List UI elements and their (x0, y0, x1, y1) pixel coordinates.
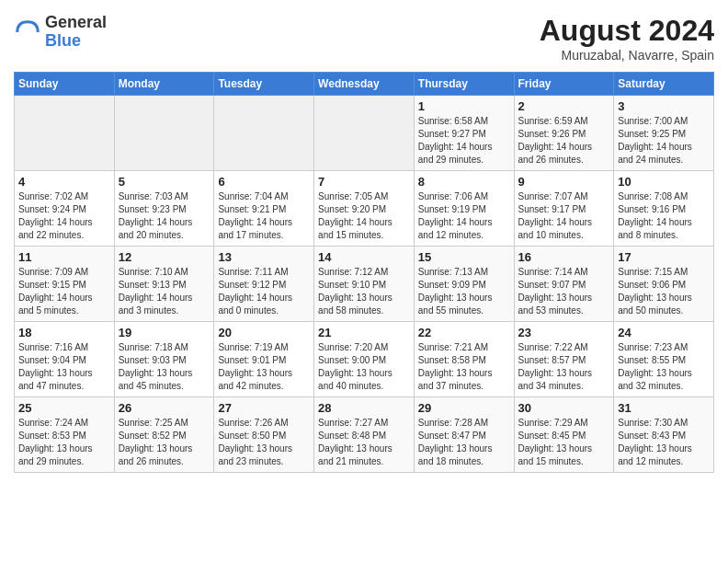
day-info: Sunrise: 7:03 AM Sunset: 9:23 PM Dayligh… (119, 190, 210, 242)
logo: General Blue (14, 14, 107, 51)
day-number: 15 (418, 250, 510, 264)
day-number: 5 (119, 175, 210, 189)
calendar-day-cell: 18Sunrise: 7:16 AM Sunset: 9:04 PM Dayli… (15, 322, 115, 397)
calendar-day-cell: 5Sunrise: 7:03 AM Sunset: 9:23 PM Daylig… (114, 171, 214, 247)
calendar-day-cell (314, 96, 415, 171)
calendar-day-cell: 11Sunrise: 7:09 AM Sunset: 9:15 PM Dayli… (15, 247, 115, 322)
day-info: Sunrise: 7:22 AM Sunset: 8:57 PM Dayligh… (518, 341, 610, 393)
calendar-day-cell: 2Sunrise: 6:59 AM Sunset: 9:26 PM Daylig… (514, 96, 614, 171)
day-info: Sunrise: 7:18 AM Sunset: 9:03 PM Dayligh… (119, 341, 210, 393)
day-info: Sunrise: 7:13 AM Sunset: 9:09 PM Dayligh… (418, 266, 510, 317)
calendar-day-cell: 10Sunrise: 7:08 AM Sunset: 9:16 PM Dayli… (614, 171, 714, 247)
calendar-day-cell: 14Sunrise: 7:12 AM Sunset: 9:10 PM Dayli… (314, 247, 415, 322)
day-info: Sunrise: 7:11 AM Sunset: 9:12 PM Dayligh… (218, 266, 310, 317)
calendar-day-cell: 28Sunrise: 7:27 AM Sunset: 8:48 PM Dayli… (314, 397, 415, 473)
calendar-day-cell: 20Sunrise: 7:19 AM Sunset: 9:01 PM Dayli… (214, 322, 314, 397)
day-number: 2 (518, 99, 610, 113)
calendar-day-cell: 6Sunrise: 7:04 AM Sunset: 9:21 PM Daylig… (214, 171, 314, 247)
weekday-header-cell: Monday (114, 73, 214, 96)
calendar-day-cell: 22Sunrise: 7:21 AM Sunset: 8:58 PM Dayli… (414, 322, 514, 397)
calendar-day-cell: 9Sunrise: 7:07 AM Sunset: 9:17 PM Daylig… (514, 171, 614, 247)
day-info: Sunrise: 7:05 AM Sunset: 9:20 PM Dayligh… (318, 190, 410, 242)
calendar-day-cell: 30Sunrise: 7:29 AM Sunset: 8:45 PM Dayli… (514, 397, 614, 473)
day-number: 1 (418, 99, 510, 113)
calendar-week-row: 4Sunrise: 7:02 AM Sunset: 9:24 PM Daylig… (15, 171, 714, 247)
day-number: 27 (218, 401, 310, 415)
calendar-day-cell: 31Sunrise: 7:30 AM Sunset: 8:43 PM Dayli… (614, 397, 714, 473)
logo-icon (14, 18, 41, 46)
day-info: Sunrise: 7:30 AM Sunset: 8:43 PM Dayligh… (618, 417, 710, 468)
calendar-day-cell: 3Sunrise: 7:00 AM Sunset: 9:25 PM Daylig… (614, 96, 714, 171)
day-info: Sunrise: 7:06 AM Sunset: 9:19 PM Dayligh… (418, 190, 510, 242)
weekday-header-cell: Saturday (614, 73, 714, 96)
calendar-day-cell: 7Sunrise: 7:05 AM Sunset: 9:20 PM Daylig… (314, 171, 415, 247)
calendar-day-cell: 25Sunrise: 7:24 AM Sunset: 8:53 PM Dayli… (15, 397, 115, 473)
calendar-day-cell: 1Sunrise: 6:58 AM Sunset: 9:27 PM Daylig… (414, 96, 514, 171)
calendar-day-cell (114, 96, 214, 171)
day-info: Sunrise: 7:04 AM Sunset: 9:21 PM Dayligh… (218, 190, 310, 242)
logo-text: General Blue (45, 14, 107, 51)
day-number: 19 (119, 326, 210, 339)
calendar-day-cell: 13Sunrise: 7:11 AM Sunset: 9:12 PM Dayli… (214, 247, 314, 322)
day-info: Sunrise: 7:21 AM Sunset: 8:58 PM Dayligh… (418, 341, 510, 393)
day-number: 12 (119, 250, 210, 264)
day-number: 30 (518, 401, 610, 415)
day-number: 16 (518, 250, 610, 264)
calendar-day-cell: 16Sunrise: 7:14 AM Sunset: 9:07 PM Dayli… (514, 247, 614, 322)
day-number: 20 (218, 326, 310, 339)
day-number: 14 (318, 250, 410, 264)
weekday-header-cell: Wednesday (314, 73, 415, 96)
day-info: Sunrise: 6:58 AM Sunset: 9:27 PM Dayligh… (418, 115, 510, 167)
day-info: Sunrise: 7:26 AM Sunset: 8:50 PM Dayligh… (218, 417, 310, 468)
header: General Blue August 2024 Muruzabal, Nava… (14, 14, 714, 63)
calendar-day-cell: 12Sunrise: 7:10 AM Sunset: 9:13 PM Dayli… (114, 247, 214, 322)
calendar-day-cell: 4Sunrise: 7:02 AM Sunset: 9:24 PM Daylig… (15, 171, 115, 247)
day-info: Sunrise: 7:07 AM Sunset: 9:17 PM Dayligh… (518, 190, 610, 242)
calendar-day-cell: 15Sunrise: 7:13 AM Sunset: 9:09 PM Dayli… (414, 247, 514, 322)
day-info: Sunrise: 6:59 AM Sunset: 9:26 PM Dayligh… (518, 115, 610, 167)
calendar-week-row: 25Sunrise: 7:24 AM Sunset: 8:53 PM Dayli… (15, 397, 714, 473)
day-number: 31 (618, 401, 710, 415)
weekday-header-cell: Thursday (414, 73, 514, 96)
calendar-table: SundayMondayTuesdayWednesdayThursdayFrid… (14, 72, 714, 473)
day-number: 29 (418, 401, 510, 415)
calendar-day-cell: 29Sunrise: 7:28 AM Sunset: 8:47 PM Dayli… (414, 397, 514, 473)
calendar-day-cell: 19Sunrise: 7:18 AM Sunset: 9:03 PM Dayli… (114, 322, 214, 397)
day-info: Sunrise: 7:08 AM Sunset: 9:16 PM Dayligh… (618, 190, 710, 242)
day-info: Sunrise: 7:00 AM Sunset: 9:25 PM Dayligh… (618, 115, 710, 167)
calendar-week-row: 18Sunrise: 7:16 AM Sunset: 9:04 PM Dayli… (15, 322, 714, 397)
day-number: 11 (18, 250, 110, 264)
day-number: 23 (518, 326, 610, 339)
day-info: Sunrise: 7:19 AM Sunset: 9:01 PM Dayligh… (218, 341, 310, 393)
calendar-body: 1Sunrise: 6:58 AM Sunset: 9:27 PM Daylig… (15, 96, 714, 473)
location: Muruzabal, Navarre, Spain (540, 48, 714, 63)
day-info: Sunrise: 7:24 AM Sunset: 8:53 PM Dayligh… (18, 417, 110, 468)
day-info: Sunrise: 7:09 AM Sunset: 9:15 PM Dayligh… (18, 266, 110, 317)
calendar-day-cell: 23Sunrise: 7:22 AM Sunset: 8:57 PM Dayli… (514, 322, 614, 397)
calendar-day-cell: 26Sunrise: 7:25 AM Sunset: 8:52 PM Dayli… (114, 397, 214, 473)
day-number: 3 (618, 99, 710, 113)
weekday-header-row: SundayMondayTuesdayWednesdayThursdayFrid… (15, 73, 714, 96)
day-info: Sunrise: 7:27 AM Sunset: 8:48 PM Dayligh… (318, 417, 410, 468)
day-number: 25 (18, 401, 110, 415)
day-number: 21 (318, 326, 410, 339)
weekday-header-cell: Sunday (15, 73, 115, 96)
calendar-day-cell: 24Sunrise: 7:23 AM Sunset: 8:55 PM Dayli… (614, 322, 714, 397)
calendar-week-row: 1Sunrise: 6:58 AM Sunset: 9:27 PM Daylig… (15, 96, 714, 171)
weekday-header-cell: Friday (514, 73, 614, 96)
calendar-day-cell: 17Sunrise: 7:15 AM Sunset: 9:06 PM Dayli… (614, 247, 714, 322)
calendar-day-cell: 27Sunrise: 7:26 AM Sunset: 8:50 PM Dayli… (214, 397, 314, 473)
calendar-day-cell: 8Sunrise: 7:06 AM Sunset: 9:19 PM Daylig… (414, 171, 514, 247)
calendar-day-cell (214, 96, 314, 171)
day-number: 17 (618, 250, 710, 264)
day-number: 24 (618, 326, 710, 339)
calendar-week-row: 11Sunrise: 7:09 AM Sunset: 9:15 PM Dayli… (15, 247, 714, 322)
day-info: Sunrise: 7:12 AM Sunset: 9:10 PM Dayligh… (318, 266, 410, 317)
day-number: 8 (418, 175, 510, 189)
day-info: Sunrise: 7:10 AM Sunset: 9:13 PM Dayligh… (119, 266, 210, 317)
day-number: 13 (218, 250, 310, 264)
day-info: Sunrise: 7:29 AM Sunset: 8:45 PM Dayligh… (518, 417, 610, 468)
month-year: August 2024 (540, 14, 714, 48)
day-number: 10 (618, 175, 710, 189)
day-info: Sunrise: 7:15 AM Sunset: 9:06 PM Dayligh… (618, 266, 710, 317)
